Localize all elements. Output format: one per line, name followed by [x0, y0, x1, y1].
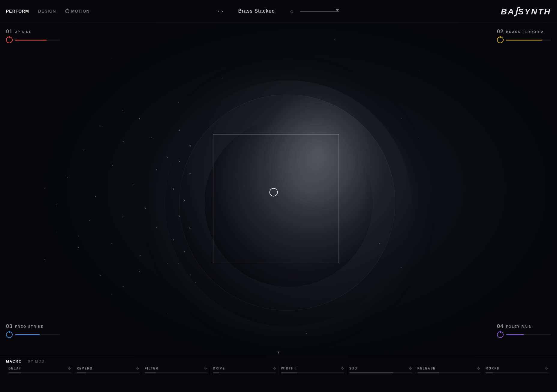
nav-center: ‹ › Brass Stacked ⌕	[218, 8, 339, 14]
top-navigation: PERFORM DESIGN MOTION ‹ › Brass Stacked …	[0, 0, 557, 23]
macro-delay-drag[interactable]: ✛	[68, 366, 71, 371]
layer-03-fader[interactable]	[15, 334, 60, 335]
motion-power-icon	[65, 9, 69, 13]
macro-morph-slider[interactable]	[486, 372, 549, 373]
volume-slider[interactable]	[300, 11, 339, 12]
layer-04-fader[interactable]	[506, 334, 551, 335]
app-logo: BAʃSYNTH	[501, 5, 551, 17]
layer-02-number: 02	[497, 29, 504, 35]
layer-03-name: FREQ STRIKE	[15, 325, 44, 328]
macro-width-drag[interactable]: ✛	[341, 366, 344, 371]
macro-delay: DELAY ✛	[6, 366, 74, 375]
macro-tabs: MACRO XY MOD	[6, 356, 551, 366]
macro-drive-drag[interactable]: ✛	[272, 366, 276, 371]
macro-morph-label: MORPH	[486, 367, 500, 370]
bottom-controls: MACRO XY MOD DELAY ✛ REVERB ✛	[0, 356, 557, 392]
macro-drive: DRIVE ✛	[210, 366, 278, 375]
macro-morph: MORPH ✛	[483, 366, 551, 375]
macro-filter-label: FILTER	[145, 367, 158, 370]
macro-release-label: RELEASE	[417, 367, 436, 370]
next-arrow[interactable]: ›	[221, 8, 223, 14]
nav-tabs: PERFORM DESIGN MOTION	[6, 7, 90, 15]
layer-01: 01 JP SINE	[6, 29, 60, 43]
layer-01-power[interactable]	[6, 37, 13, 43]
macro-sub-drag[interactable]: ✛	[409, 366, 412, 371]
macro-reverb-slider[interactable]	[77, 372, 140, 373]
tab-perform[interactable]: PERFORM	[6, 7, 29, 15]
layer-04-name: FOLEY RAIN	[506, 325, 532, 328]
nav-arrows: ‹ ›	[218, 8, 223, 14]
tab-motion[interactable]: MOTION	[65, 7, 90, 15]
layer-03-number: 03	[6, 323, 13, 330]
layer-04-power[interactable]	[497, 331, 504, 338]
macro-reverb-label: REVERB	[77, 367, 93, 370]
tab-design[interactable]: DESIGN	[38, 7, 56, 15]
layer-03: 03 FREQ STRIKE	[6, 323, 60, 338]
macro-drive-slider[interactable]	[213, 372, 276, 373]
layer-04: 04 FOLEY RAIN	[497, 323, 551, 338]
layer-01-name: JP SINE	[15, 30, 32, 34]
macro-width-slider[interactable]	[281, 372, 344, 373]
macro-delay-label: DELAY	[8, 367, 21, 370]
macro-tab-macro[interactable]: MACRO	[6, 359, 22, 363]
layer-01-fader[interactable]	[15, 40, 60, 41]
layer-03-power[interactable]	[6, 331, 13, 338]
macro-reverb-drag[interactable]: ✛	[136, 366, 140, 371]
macro-release: RELEASE ✛	[415, 366, 483, 375]
macro-drive-label: DRIVE	[213, 367, 225, 370]
macro-release-drag[interactable]: ✛	[477, 366, 480, 371]
macro-delay-slider[interactable]	[8, 372, 71, 373]
macro-morph-drag[interactable]: ✛	[545, 366, 549, 371]
macro-reverb: REVERB ✛	[74, 366, 142, 375]
macro-sub-label: SUB	[349, 367, 357, 370]
layer-02: 02 BRASS TERROR 2	[497, 29, 551, 43]
macro-filter-drag[interactable]: ✛	[204, 366, 208, 371]
macro-sub-slider[interactable]	[349, 372, 412, 373]
layer-04-number: 04	[497, 323, 504, 330]
layer-01-number: 01	[6, 29, 13, 35]
preset-name: Brass Stacked	[227, 8, 287, 14]
macro-filter: FILTER ✛	[142, 366, 210, 375]
macro-tab-xymod[interactable]: XY MOD	[28, 359, 45, 363]
layer-02-fader[interactable]	[506, 40, 551, 41]
layer-02-name: BRASS TERROR 2	[506, 30, 543, 34]
background-visual	[0, 0, 557, 392]
macro-filter-slider[interactable]	[145, 372, 208, 373]
prev-arrow[interactable]: ‹	[218, 8, 219, 14]
macro-width-label: WIDTH !	[281, 367, 297, 370]
bottom-arrow-indicator: ▼	[277, 350, 280, 354]
macro-controls: DELAY ✛ REVERB ✛ FILTER ✛	[6, 366, 551, 375]
xy-cursor[interactable]	[269, 188, 278, 196]
macro-width: WIDTH ! ✛	[279, 366, 347, 375]
macro-release-slider[interactable]	[417, 372, 480, 373]
xy-pad[interactable]	[213, 134, 339, 263]
search-icon[interactable]: ⌕	[290, 8, 294, 14]
macro-sub: SUB ✛	[347, 366, 415, 375]
layer-02-power[interactable]	[497, 37, 504, 43]
